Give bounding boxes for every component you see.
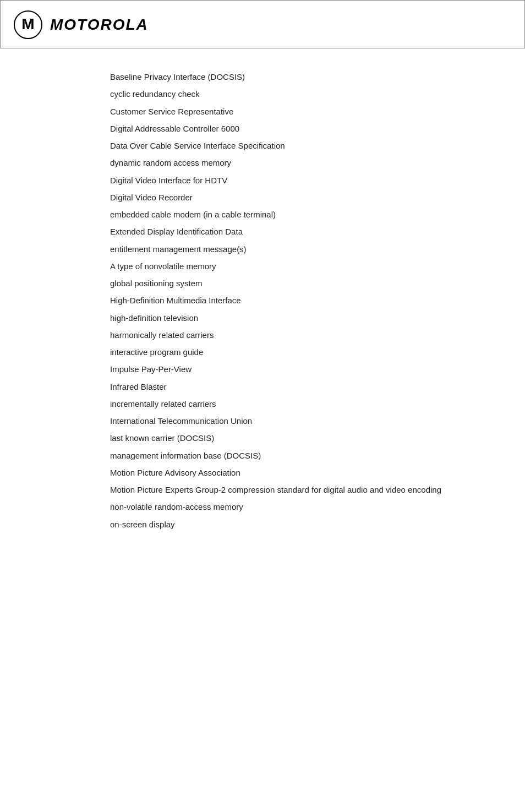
list-item: interactive program guide [110, 346, 492, 358]
list-item: last known carrier (DOCSIS) [110, 432, 492, 444]
list-item: Customer Service Representative [110, 105, 492, 118]
list-item: International Telecommunication Union [110, 415, 492, 427]
list-item: management information base (DOCSIS) [110, 449, 492, 462]
list-item: non-volatile random-access memory [110, 500, 492, 513]
list-item: harmonically related carriers [110, 329, 492, 341]
list-item: embedded cable modem (in a cable termina… [110, 208, 492, 221]
list-item: cyclic redundancy check [110, 88, 492, 100]
list-item: Digital Video Recorder [110, 191, 492, 204]
list-item: global positioning system [110, 277, 492, 290]
list-item: Data Over Cable Service Interface Specif… [110, 139, 492, 152]
list-item: dynamic random access memory [110, 156, 492, 169]
list-item: High-Definition Multimedia Interface [110, 294, 492, 307]
list-item: high-definition television [110, 312, 492, 324]
list-item: A type of nonvolatile memory [110, 260, 492, 273]
svg-text:M: M [21, 15, 34, 32]
list-item: Impulse Pay-Per-View [110, 363, 492, 375]
list-item: entitlement management message(s) [110, 243, 492, 255]
page-header: M MOTOROLA [0, 0, 525, 48]
motorola-logo-icon: M [14, 10, 42, 39]
list-item: Motion Picture Advisory Association [110, 466, 492, 479]
list-item: on-screen display [110, 518, 492, 531]
list-item: Digital Addressable Controller 6000 [110, 122, 492, 135]
list-item: Extended Display Identification Data [110, 225, 492, 238]
list-item: incrementally related carriers [110, 397, 492, 410]
list-item: Baseline Privacy Interface (DOCSIS) [110, 70, 492, 83]
list-item: Infrared Blaster [110, 380, 492, 393]
brand-title: MOTOROLA [50, 16, 149, 34]
list-item: Digital Video Interface for HDTV [110, 174, 492, 187]
list-item: Motion Picture Experts Group-2 compressi… [110, 483, 492, 496]
terms-list: Baseline Privacy Interface (DOCSIS)cycli… [0, 48, 525, 568]
